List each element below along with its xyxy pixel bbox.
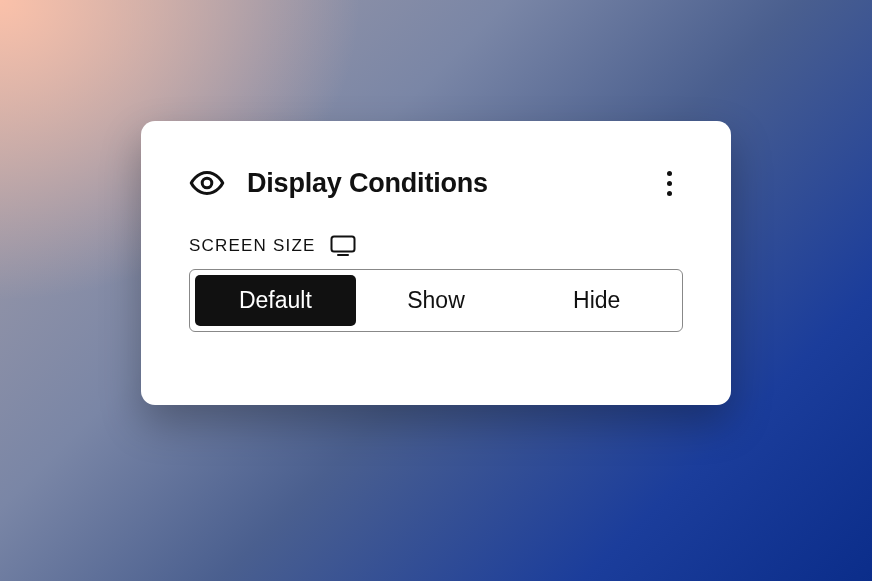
eye-icon — [189, 165, 225, 201]
card-header: Display Conditions — [189, 165, 683, 201]
section-label: SCREEN SIZE — [189, 236, 316, 256]
header-left: Display Conditions — [189, 165, 488, 201]
svg-point-0 — [202, 178, 212, 188]
option-show[interactable]: Show — [356, 275, 517, 326]
display-conditions-card: Display Conditions SCREEN SIZE Default S… — [141, 121, 731, 405]
option-hide[interactable]: Hide — [516, 275, 677, 326]
card-title: Display Conditions — [247, 168, 488, 199]
monitor-icon — [330, 235, 356, 257]
screen-size-segmented-control: Default Show Hide — [189, 269, 683, 332]
section-label-row: SCREEN SIZE — [189, 235, 683, 257]
option-default[interactable]: Default — [195, 275, 356, 326]
more-options-button[interactable] — [655, 169, 683, 197]
svg-rect-1 — [331, 237, 354, 252]
